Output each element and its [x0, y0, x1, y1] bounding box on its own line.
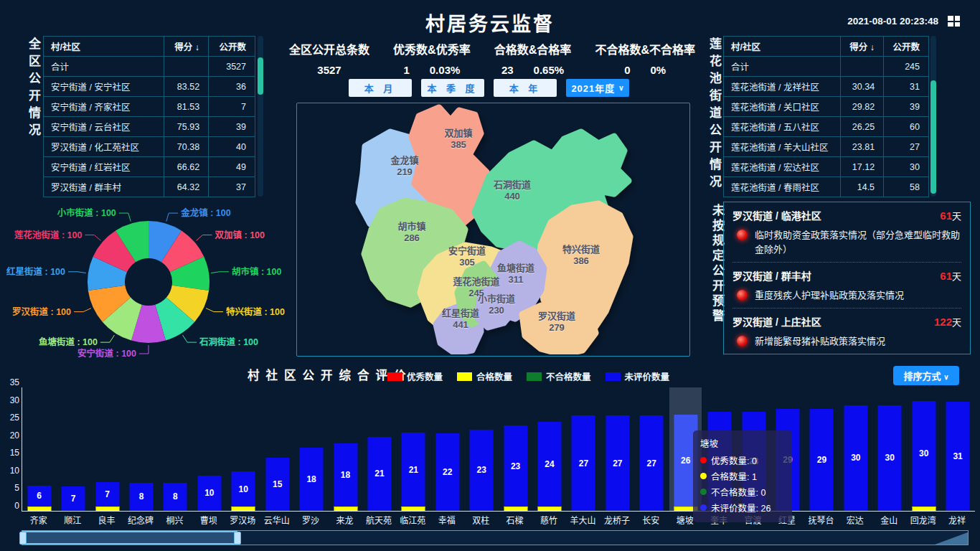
filter-quarter-button[interactable]: 本 季 度 — [421, 79, 484, 97]
stacked-bar[interactable]: 15 — [265, 458, 289, 511]
cell-score: 70.38 — [164, 137, 209, 157]
alert-item[interactable]: 罗汉街道 / 群丰村 61天 重度残疾人护理补贴政策及落实情况 — [732, 263, 961, 309]
table-row[interactable]: 莲花池街道 / 羊大山社区23.8127 — [724, 137, 929, 157]
stacked-bar[interactable]: 18 — [300, 448, 324, 511]
year-select-label: 2021年度 — [571, 81, 615, 95]
bar-value-label: 23 — [504, 461, 527, 471]
alert-item[interactable]: 罗汉街道 / 临港社区 61天 临时救助资金政策落实情况（部分急难型临时救助金除… — [732, 202, 961, 263]
bar-column-纪念碑[interactable]: 8 — [124, 387, 158, 511]
bar-column-齐家[interactable]: 6 — [22, 387, 56, 511]
datazoom-slider[interactable] — [22, 530, 969, 545]
stacked-bar[interactable]: 27 — [640, 415, 664, 511]
stacked-bar[interactable]: 6 — [27, 486, 51, 511]
stacked-bar[interactable]: 7 — [95, 482, 119, 511]
bar-column-顺江[interactable]: 7 — [56, 387, 90, 511]
legend-item[interactable]: 未评价数量 — [606, 369, 670, 383]
sort-label: 排序方式 — [904, 371, 941, 382]
bar-column-幸福[interactable]: 22 — [430, 387, 464, 511]
bar-column-罗沙[interactable]: 18 — [294, 387, 328, 511]
map-region-luohan[interactable] — [522, 304, 595, 354]
table-row[interactable]: 合计3527 — [44, 57, 255, 77]
bar-column-桐兴[interactable]: 8 — [159, 387, 192, 511]
stacked-bar[interactable]: 21 — [402, 433, 425, 511]
scrollbar-thumb[interactable] — [930, 80, 936, 194]
stacked-bar[interactable]: 21 — [367, 437, 391, 511]
datazoom-right-handle[interactable] — [234, 532, 241, 545]
bar-column-曹坝[interactable]: 10 — [192, 387, 226, 511]
bar-column-石樑[interactable]: 23 — [499, 387, 532, 511]
stacked-bar[interactable]: 18 — [334, 443, 357, 511]
stacked-bar[interactable]: 23 — [504, 425, 527, 511]
stacked-bar[interactable]: 8 — [164, 483, 187, 511]
table-row[interactable]: 罗汉街道 / 群丰村64.3237 — [44, 177, 255, 197]
tooltip-title: 塘坡 — [700, 436, 785, 450]
table-row[interactable]: 莲花池街道 / 龙祥社区30.3431 — [724, 77, 929, 97]
bar-value-label: 8 — [164, 491, 187, 501]
bar-column-羊大山[interactable]: 27 — [567, 387, 600, 511]
bar-column-宏达[interactable]: 30 — [839, 387, 872, 511]
sort-dropdown[interactable]: 排序方式 ∨ — [893, 366, 959, 385]
bar-column-罗汉场[interactable]: 10 — [227, 387, 260, 511]
stacked-bar[interactable]: 27 — [572, 415, 595, 511]
stacked-bar[interactable]: 10 — [232, 471, 255, 511]
apps-grid-icon[interactable] — [948, 16, 960, 27]
stacked-bar[interactable]: 8 — [129, 483, 153, 511]
bar-column-临江苑[interactable]: 21 — [397, 387, 430, 511]
table-row[interactable]: 莲花池街道 / 五八社区26.2560 — [724, 117, 929, 137]
table-row[interactable]: 安宁街道 / 云台社区75.9339 — [44, 117, 255, 137]
column-header[interactable]: 得分 ↓ — [841, 37, 884, 57]
legend-item[interactable]: 不合格数量 — [527, 369, 591, 383]
stacked-bar[interactable]: 23 — [470, 430, 494, 511]
filter-year-button[interactable]: 本 年 — [494, 79, 557, 97]
stacked-bar[interactable]: 30 — [878, 405, 902, 511]
bar-column-航天苑[interactable]: 21 — [362, 387, 396, 511]
bar-column-云华山[interactable]: 15 — [260, 387, 294, 511]
legend-item[interactable]: 合格数量 — [457, 369, 512, 383]
bar-column-来龙[interactable]: 18 — [329, 387, 362, 511]
stacked-bar[interactable]: 24 — [538, 422, 562, 511]
table-row[interactable]: 合计245 — [724, 57, 929, 77]
datazoom-left-handle[interactable] — [19, 532, 27, 545]
bar-column-慈竹[interactable]: 24 — [532, 387, 566, 511]
table-row[interactable]: 莲花池街道 / 关口社区29.8239 — [724, 97, 929, 117]
stacked-bar[interactable]: 31 — [946, 402, 970, 511]
pie-label-line — [206, 309, 223, 312]
table-row[interactable]: 莲花池街道 / 春雨社区14.558 — [724, 177, 929, 197]
left-table-scrollbar[interactable] — [258, 36, 263, 197]
table-row[interactable]: 安宁街道 / 齐家社区81.537 — [44, 97, 255, 117]
pie-label: 特兴街道 : 100 — [226, 306, 285, 317]
bar-column-良丰[interactable]: 7 — [90, 387, 124, 511]
bar-column-抚琴台[interactable]: 29 — [805, 387, 839, 511]
filter-month-button[interactable]: 本 月 — [349, 79, 412, 97]
stacked-bar[interactable]: 22 — [435, 433, 459, 511]
bar-column-长安[interactable]: 27 — [635, 387, 669, 511]
alert-community: 罗汉街道 / 上庄社区 — [732, 314, 821, 329]
alert-item[interactable]: 罗汉街道 / 上庄社区 122天 新增能繁母猪补贴政策落实情况 — [732, 309, 961, 354]
stacked-bar[interactable]: 10 — [197, 476, 221, 511]
stacked-bar[interactable]: 29 — [810, 409, 834, 512]
right-table-scrollbar[interactable] — [930, 36, 936, 197]
column-header[interactable]: 得分 ↓ — [164, 37, 209, 57]
bar-column-金山[interactable]: 30 — [873, 387, 907, 511]
stacked-bar[interactable]: 7 — [62, 486, 85, 511]
stacked-bar[interactable]: 30 — [844, 405, 867, 511]
table-row[interactable]: 罗汉街道 / 化工苑社区70.3840 — [44, 137, 255, 157]
year-select-dropdown[interactable]: 2021年度 ∨ — [566, 79, 629, 97]
bar-column-龙祥[interactable]: 31 — [941, 387, 974, 511]
map-region-xiaoshi[interactable] — [477, 286, 514, 327]
y-tick-label: 15 — [10, 448, 19, 458]
stacked-bar[interactable]: 27 — [606, 415, 629, 511]
bar-column-回龙湾[interactable]: 30 — [907, 387, 941, 511]
table-row[interactable]: 安宁街道 / 安宁社区83.5236 — [44, 77, 255, 97]
stacked-bar[interactable]: 30 — [912, 401, 936, 511]
bar-column-双柱[interactable]: 23 — [464, 387, 498, 511]
scrollbar-thumb[interactable] — [258, 57, 263, 95]
x-tick-label: 抚琴台 — [804, 514, 838, 526]
legend-item[interactable]: 优秀数量 — [387, 369, 443, 383]
table-row[interactable]: 莲花池街道 / 宏达社区17.1230 — [724, 157, 929, 177]
bar-value-label: 27 — [640, 458, 664, 468]
bar-column-龙桥子[interactable]: 27 — [600, 387, 634, 511]
table-row[interactable]: 安宁街道 / 红岩社区66.6249 — [44, 157, 255, 177]
cell-count: 31 — [884, 77, 929, 97]
datazoom-window[interactable] — [22, 531, 237, 545]
